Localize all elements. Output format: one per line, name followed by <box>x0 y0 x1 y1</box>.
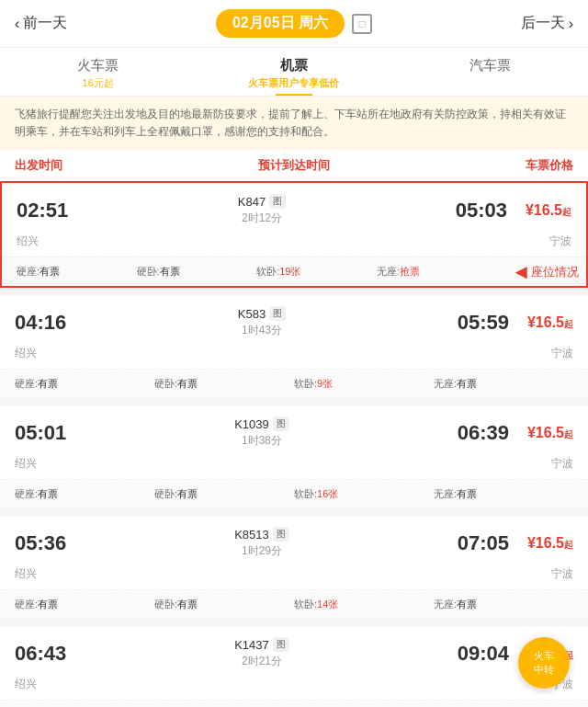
station-row: 绍兴 宁波 <box>0 346 588 369</box>
seat-row: 硬座:有票 硬卧:有票 软卧:9张 无座:有票 <box>0 369 588 398</box>
seat-row: 硬座:有票 硬卧:有票 软卧:14张 无座:有票 <box>0 589 588 619</box>
duration: 2时21分 <box>88 654 435 669</box>
seat-item-0: 硬座:有票 <box>17 265 137 279</box>
depart-station: 绍兴 <box>15 677 88 692</box>
price-suffix: 起 <box>564 429 573 439</box>
depart-station: 绍兴 <box>15 456 88 472</box>
price-suffix: 起 <box>564 319 573 329</box>
arrive-time: 07:05 <box>435 531 509 555</box>
train-transfer-button[interactable]: 火车 中转 <box>518 637 570 689</box>
depart-time: 02:51 <box>17 199 90 222</box>
seat-row: 硬座:有票 硬卧:有票 软卧:有票 无座:抢票 <box>0 700 588 707</box>
depart-time: 05:01 <box>15 421 88 445</box>
price: ¥16.5起 <box>509 314 573 331</box>
col-depart-header: 出发时间 <box>15 157 201 174</box>
prev-day-label: 前一天 <box>23 14 67 33</box>
current-date-badge[interactable]: 02月05日 周六 <box>216 9 345 38</box>
train-main-row: 05:36 K8513 图 1时29分 07:05 ¥16.5起 <box>0 516 588 566</box>
seat-item-2: 软卧:19张 <box>256 265 377 279</box>
train-list: 02:51 K847 图 2时12分 05:03 ¥16.5起 绍兴 <box>0 181 588 707</box>
seat-item-1: 硬卧:有票 <box>154 487 294 501</box>
train-card-3[interactable]: 05:01 K1039 图 1时38分 06:39 ¥16.5起 绍兴 <box>0 405 588 508</box>
train-number: K1039 图 <box>88 416 435 431</box>
seat-item-0: 硬座:有票 <box>15 487 154 501</box>
arrive-station: 宁波 <box>90 234 571 249</box>
station-row: 绍兴 宁波 <box>2 234 586 257</box>
depart-station: 绍兴 <box>15 566 88 582</box>
seat-annotation: ◄ 座位情况 <box>511 260 586 284</box>
seat-item-1: 硬卧:有票 <box>154 598 294 611</box>
prev-day-button[interactable]: ‹ 前一天 <box>15 14 67 33</box>
station-row: 绍兴 宁波 <box>0 456 588 479</box>
arrive-time: 06:39 <box>435 421 509 445</box>
arrive-station: 宁波 <box>88 566 573 582</box>
seat-item-3: 无座:抢票 <box>377 265 497 279</box>
tab-flight[interactable]: 机票 火车票用户专享低价 <box>196 48 391 96</box>
train-icon: 图 <box>269 194 286 209</box>
train-icon: 图 <box>269 306 286 321</box>
seat-item-3: 无座:有票 <box>434 598 573 611</box>
col-price-header: 车票价格 <box>387 157 573 174</box>
train-icon: 图 <box>273 527 289 542</box>
depart-station: 绍兴 <box>17 234 90 249</box>
seat-item-0: 硬座:有票 <box>15 598 154 611</box>
train-main-row: 05:01 K1039 图 1时38分 06:39 ¥16.5起 <box>0 405 588 456</box>
date-center: 02月05日 周六 □ <box>216 9 372 38</box>
train-main-row: 06:43 K1437 图 2时21分 09:04 ¥16.5起 <box>0 626 588 677</box>
train-number: K1437 图 <box>88 637 435 652</box>
next-day-button[interactable]: 后一天 › <box>521 14 573 33</box>
seat-row: 硬座:有票 硬卧:有票 软卧:16张 无座:有票 <box>0 479 588 508</box>
seat-item-3: 无座:有票 <box>434 487 573 501</box>
arrive-time: 09:04 <box>435 642 509 666</box>
seat-item-3: 无座:有票 <box>434 377 573 391</box>
seat-annotation-label: 座位情况 <box>531 264 579 280</box>
seat-annotation-row: 硬座:有票 硬卧:有票 软卧:19张 无座:抢票 ◄ 座位情况 <box>2 257 586 286</box>
train-main-row: 04:16 K583 图 1时43分 05:59 ¥16.5起 <box>0 295 588 346</box>
duration: 1时29分 <box>88 543 435 559</box>
seat-item-1: 硬卧:有票 <box>137 265 257 279</box>
train-middle: K847 图 2时12分 <box>90 194 434 226</box>
price-suffix: 起 <box>562 207 571 217</box>
col-arrive-header: 预计到达时间 <box>201 157 388 174</box>
price: ¥16.5起 <box>507 202 571 219</box>
seat-item-2: 软卧:9张 <box>294 377 434 391</box>
duration: 1时38分 <box>88 433 435 449</box>
train-middle: K583 图 1时43分 <box>88 306 435 338</box>
train-card-1[interactable]: 02:51 K847 图 2时12分 05:03 ¥16.5起 绍兴 <box>0 181 588 288</box>
arrive-station: 宁波 <box>88 677 573 692</box>
duration: 2时12分 <box>90 211 434 226</box>
seat-item-2: 软卧:16张 <box>294 487 434 501</box>
train-number: K8513 图 <box>88 527 435 542</box>
calendar-icon[interactable]: □ <box>352 14 372 34</box>
column-headers: 出发时间 预计到达时间 车票价格 <box>0 150 588 181</box>
arrive-time: 05:59 <box>435 311 509 335</box>
next-day-label: 后一天 <box>521 14 565 33</box>
depart-time: 04:16 <box>15 311 88 335</box>
train-icon: 图 <box>273 637 289 652</box>
station-row: 绍兴 宁波 <box>0 677 588 700</box>
arrive-station: 宁波 <box>88 346 573 361</box>
arrow-icon: ◄ <box>511 260 531 284</box>
depart-station: 绍兴 <box>15 346 88 361</box>
train-middle: K8513 图 1时29分 <box>88 527 435 559</box>
price: ¥16.5起 <box>509 535 573 552</box>
duration: 1时43分 <box>88 323 435 338</box>
train-number: K583 图 <box>88 306 435 321</box>
seat-row: 硬座:有票 硬卧:有票 软卧:19张 无座:抢票 <box>2 257 511 286</box>
tab-bus[interactable]: 汽车票 <box>392 48 588 96</box>
arrive-station: 宁波 <box>88 456 573 472</box>
train-main-row: 02:51 K847 图 2时12分 05:03 ¥16.5起 <box>2 183 586 234</box>
price-suffix: 起 <box>564 540 573 550</box>
transport-tabs: 火车票 16元起 机票 火车票用户专享低价 汽车票 <box>0 48 588 97</box>
seat-item-1: 硬卧:有票 <box>154 377 294 391</box>
train-card-2[interactable]: 04:16 K583 图 1时43分 05:59 ¥16.5起 绍兴 <box>0 295 588 398</box>
seat-item-2: 软卧:14张 <box>294 598 434 611</box>
train-number: K847 图 <box>90 194 434 209</box>
train-card-4[interactable]: 05:36 K8513 图 1时29分 07:05 ¥16.5起 绍兴 <box>0 516 588 619</box>
station-row: 绍兴 宁波 <box>0 566 588 589</box>
arrive-time: 05:03 <box>434 199 507 222</box>
train-middle: K1437 图 2时21分 <box>88 637 435 669</box>
train-card-5[interactable]: 06:43 K1437 图 2时21分 09:04 ¥16.5起 绍兴 <box>0 626 588 707</box>
tab-train[interactable]: 火车票 16元起 <box>0 48 196 96</box>
depart-time: 05:36 <box>15 531 88 555</box>
